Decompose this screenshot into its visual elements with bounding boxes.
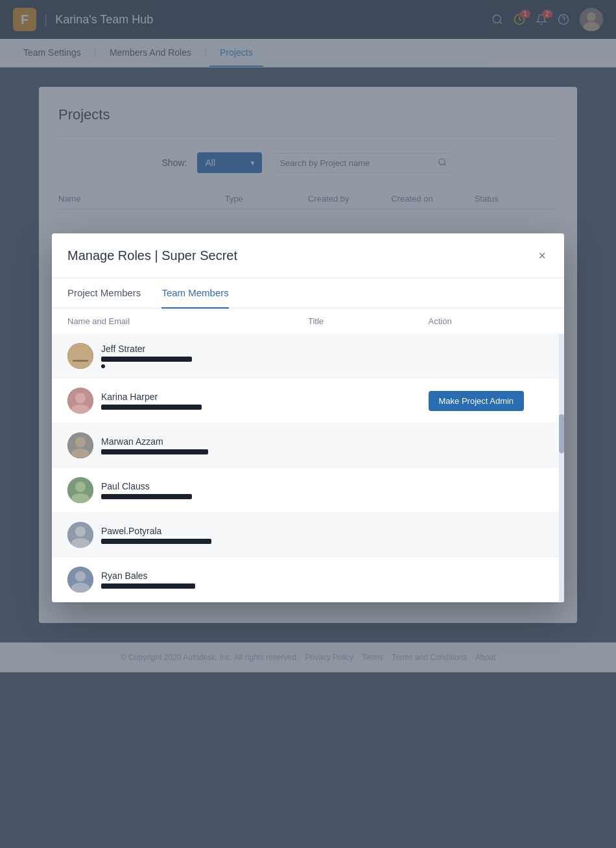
member-email-marwan [101,449,208,454]
member-row-pawel-potyrala: Pawel.Potyrala [52,513,564,558]
member-name-ryan: Ryan Bales [101,571,195,581]
member-info-pawel: Pawel.Potyrala [67,522,308,548]
member-details-pawel: Pawel.Potyrala [101,526,211,544]
member-info-karina: Karina Harper [67,388,308,414]
modal-scrollbar-thumb[interactable] [559,414,564,453]
modal-col-action: Action [429,316,549,326]
modal-col-title: Title [308,316,429,326]
member-row-ryan-bales: Ryan Bales [52,558,564,602]
avatar-ryan [67,567,93,593]
member-details-ryan: Ryan Bales [101,571,195,589]
modal-title: Manage Roles | Super Secret [67,248,237,263]
member-name-paul: Paul Clauss [101,481,192,491]
member-email-karina [101,405,202,410]
member-email-paul [101,494,192,499]
member-email-ryan [101,583,195,589]
member-action-karina: Make Project Admin [429,391,549,411]
avatar-paul [67,477,93,503]
member-row-karina-harper: Karina Harper Make Project Admin [52,379,564,423]
member-name-jeff: Jeff Strater [101,344,192,354]
member-name-karina: Karina Harper [101,392,202,402]
svg-rect-10 [67,343,93,369]
modal-table-header: Name and Email Title Action [52,309,564,334]
member-info-jeff: Jeff Strater [67,343,308,369]
member-email-pawel [101,539,211,544]
svg-point-19 [75,482,86,492]
modal-header: Manage Roles | Super Secret × [52,233,564,278]
modal-scrollbar[interactable] [559,334,564,602]
member-row-jeff-strater: Jeff Strater [52,334,564,379]
modal-tabs: Project Members Team Members [52,278,564,309]
svg-rect-11 [73,360,88,362]
modal-col-name-email: Name and Email [67,316,308,326]
tab-team-members[interactable]: Team Members [161,278,228,309]
avatar-pawel [67,522,93,548]
modal-overlay: Manage Roles | Super Secret × Project Me… [0,0,616,848]
modal: Manage Roles | Super Secret × Project Me… [52,233,564,602]
member-details-paul: Paul Clauss [101,481,192,499]
member-details-marwan: Marwan Azzam [101,436,208,454]
svg-point-13 [75,393,86,403]
tab-project-members[interactable]: Project Members [67,278,141,309]
svg-point-25 [75,571,86,582]
avatar-karina [67,388,93,414]
member-email-dot-jeff [101,364,105,368]
make-project-admin-button[interactable]: Make Project Admin [429,391,525,411]
modal-close-button[interactable]: × [536,246,549,265]
member-row-paul-clauss: Paul Clauss [52,468,564,513]
avatar-marwan [67,432,93,458]
member-name-pawel: Pawel.Potyrala [101,526,211,536]
member-details-karina: Karina Harper [101,392,202,410]
member-info-marwan: Marwan Azzam [67,432,308,458]
modal-body: Jeff Strater [52,334,564,602]
member-name-marwan: Marwan Azzam [101,436,208,447]
member-info-paul: Paul Clauss [67,477,308,503]
member-info-ryan: Ryan Bales [67,567,308,593]
svg-point-16 [75,437,86,447]
member-details-jeff: Jeff Strater [101,344,192,368]
member-row-marwan-azzam: Marwan Azzam [52,423,564,468]
avatar-jeff [67,343,93,369]
svg-point-22 [75,526,86,537]
member-email-jeff [101,357,192,362]
